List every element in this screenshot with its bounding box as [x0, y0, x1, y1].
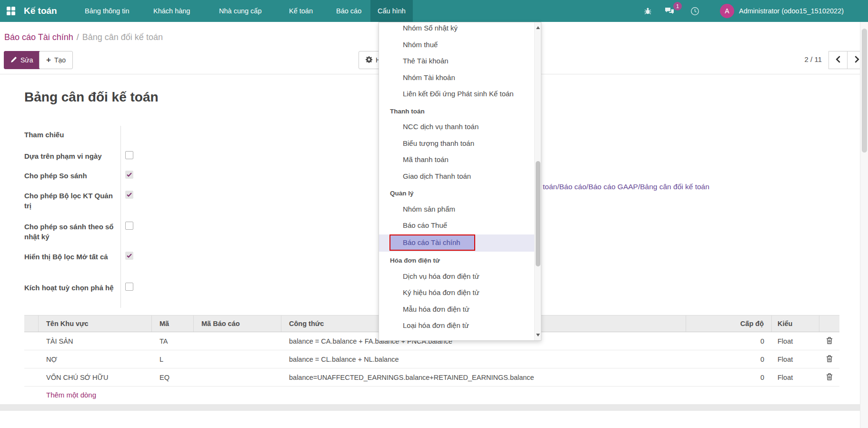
- edit-button-label: Sửa: [20, 56, 33, 64]
- menu-item-journal-groups[interactable]: Nhóm Sổ nhật ký: [379, 22, 535, 37]
- pager-value: 2 / 11: [788, 55, 822, 63]
- nav-item-dashboard[interactable]: Bảng thông tin: [78, 0, 137, 22]
- field-label-unfold-filter: Hiển thị Bộ lọc Mở tất cả: [24, 252, 120, 262]
- menu-item-account-tags[interactable]: Thẻ Tài khoản: [379, 53, 535, 70]
- breadcrumb-current: Bảng cân đối kế toán: [82, 32, 163, 42]
- record-title: Bảng cân đối kế toán: [24, 90, 159, 105]
- financial-reports-highlight-box[interactable]: Báo cáo Tài chính: [389, 234, 475, 251]
- cell-code[interactable]: TA: [152, 337, 194, 345]
- handle-column-header: [24, 316, 39, 332]
- column-header-code[interactable]: Mã: [152, 316, 194, 332]
- pager-previous-button[interactable]: [828, 51, 848, 69]
- page-scrollbar[interactable]: [860, 22, 868, 428]
- cell-name[interactable]: VỐN CHỦ SỞ HỮU: [39, 374, 152, 381]
- message-count-badge: 1: [673, 2, 682, 10]
- table-row[interactable]: NỢ L balance = CL.balance + NL.balance 0…: [24, 350, 839, 368]
- menu-item-account-groups[interactable]: Nhóm Tài khoản: [379, 70, 535, 86]
- menu-item-financial-reports-highlighted[interactable]: Báo cáo Tài chính: [379, 234, 535, 252]
- cell-code[interactable]: L: [152, 356, 194, 363]
- field-label-comparison: Cho phép So sánh: [24, 171, 120, 181]
- pencil-icon: [11, 56, 17, 64]
- menu-item-reconciliation-models[interactable]: Liên kết Đối ứng Phát sinh Kế toán: [379, 86, 535, 102]
- menu-item-payment-icons[interactable]: Biểu tượng thanh toán: [379, 135, 535, 152]
- apps-grid-icon[interactable]: [7, 7, 15, 15]
- configuration-dropdown-menu: Nhóm Sổ nhật ký Nhóm thuế Thẻ Tài khoản …: [379, 22, 541, 341]
- cell-type[interactable]: Float: [772, 356, 819, 363]
- cell-formula[interactable]: balance=UNAFFECTED_EARNINGS.balance+RETA…: [281, 374, 686, 381]
- field-label-analytic-filter: Cho phép Bộ lọc KT Quản trị: [24, 191, 120, 211]
- dropdown-list: Nhóm Sổ nhật ký Nhóm thuế Thẻ Tài khoản …: [379, 22, 535, 334]
- menu-path-link[interactable]: toán/Báo cáo/Báo cáo GAAP/Bảng cân đối k…: [543, 183, 709, 191]
- column-header-level[interactable]: Cấp độ: [686, 316, 772, 332]
- cell-level[interactable]: 0: [686, 337, 772, 345]
- cell-level[interactable]: 0: [686, 356, 772, 363]
- delete-row-button[interactable]: [819, 337, 839, 346]
- menu-item-product-categories[interactable]: Nhóm sản phẩm: [379, 201, 535, 218]
- chevron-left-icon: [836, 56, 841, 65]
- checkbox-unfold-filter[interactable]: [125, 252, 133, 260]
- form-separator: [120, 126, 121, 308]
- menu-item-einvoice-services[interactable]: Dịch vụ hóa đơn điện tử: [379, 268, 535, 285]
- column-header-report-code[interactable]: Mã Báo cáo: [194, 316, 281, 332]
- messages-chat-icon[interactable]: [665, 0, 674, 22]
- delete-row-button[interactable]: [819, 355, 839, 364]
- menu-item-einvoice-symbols[interactable]: Ký hiệu hóa đơn điện tử: [379, 285, 535, 301]
- column-header-type[interactable]: Kiểu: [772, 316, 819, 332]
- cell-name[interactable]: TÀI SẢN: [39, 337, 152, 345]
- create-button[interactable]: + Tạo: [39, 51, 73, 69]
- app-brand[interactable]: Kế toán: [24, 0, 57, 22]
- field-label-hierarchy-option: Kích hoạt tuỳ chọn phả hệ: [24, 283, 120, 293]
- scroll-down-arrow-icon[interactable]: [536, 334, 540, 336]
- page: Kế toán Bảng thông tin Khách hàng Nhà cu…: [0, 0, 868, 428]
- checkbox-date-range[interactable]: [125, 151, 133, 159]
- checkbox-hierarchy-option[interactable]: [125, 283, 133, 291]
- delete-row-button[interactable]: [819, 373, 839, 382]
- nav-item-reporting[interactable]: Báo cáo: [329, 0, 369, 22]
- dropdown-scrollbar-thumb[interactable]: [536, 161, 540, 266]
- cell-formula[interactable]: balance = CL.balance + NL.balance: [281, 356, 686, 363]
- cell-type[interactable]: Float: [772, 374, 819, 381]
- user-menu[interactable]: Administrator (odoo15_15102022): [739, 0, 844, 22]
- nav-item-vendors[interactable]: Nhà cung cấp: [212, 0, 269, 22]
- menu-item-einvoice-templates[interactable]: Mẫu hóa đơn điện tử: [379, 301, 535, 318]
- user-avatar[interactable]: A: [720, 4, 734, 18]
- breadcrumb-separator: /: [73, 32, 82, 42]
- menu-section-payments: Thanh toán: [379, 102, 535, 119]
- activities-clock-icon[interactable]: [690, 0, 699, 22]
- plus-icon: +: [46, 55, 51, 65]
- add-line-row: Thêm một dòng: [24, 387, 839, 404]
- create-button-label: Tạo: [54, 56, 66, 64]
- table-row[interactable]: VỐN CHỦ SỞ HỮU EQ balance=UNAFFECTED_EAR…: [24, 368, 839, 387]
- dropdown-scrollbar[interactable]: [534, 22, 541, 340]
- checkbox-analytic-filter[interactable]: [125, 191, 133, 199]
- menu-item-payment-tokens[interactable]: Mã thanh toán: [379, 152, 535, 168]
- breadcrumb: Báo cáo Tài chính/Bảng cân đối kế toán: [4, 32, 163, 42]
- sheet-bottom-band: [0, 404, 860, 411]
- nav-item-accounting[interactable]: Kế toán: [282, 0, 320, 22]
- checkbox-comparison[interactable]: [125, 171, 133, 179]
- menu-item-tax-groups[interactable]: Nhóm thuế: [379, 37, 535, 53]
- breadcrumb-parent-link[interactable]: Báo cáo Tài chính: [4, 32, 73, 42]
- nav-item-customers[interactable]: Khách hàng: [146, 0, 197, 22]
- menu-item-payment-providers[interactable]: NCC dịch vụ thanh toán: [379, 119, 535, 135]
- debug-bug-icon[interactable]: [644, 0, 652, 22]
- cell-type[interactable]: Float: [772, 337, 819, 345]
- cell-level[interactable]: 0: [686, 374, 772, 381]
- menu-section-e-invoice: Hóa đơn điện tử: [379, 252, 535, 268]
- add-line-link[interactable]: Thêm một dòng: [24, 391, 96, 399]
- checkbox-journal-comparison[interactable]: [125, 222, 133, 230]
- menu-section-management: Quản lý: [379, 184, 535, 201]
- page-scrollbar-thumb[interactable]: [862, 29, 867, 153]
- chevron-right-icon: [854, 56, 859, 65]
- edit-button[interactable]: Sửa: [4, 51, 40, 69]
- field-label-journal-comparison: Cho phép so sánh theo sổ nhật ký: [24, 222, 120, 242]
- menu-item-einvoice-types[interactable]: Loại hóa đơn điện tử: [379, 317, 535, 334]
- column-header-name[interactable]: Tên Khu vực: [39, 316, 152, 332]
- nav-item-configuration[interactable]: Cấu hình: [370, 0, 413, 22]
- scroll-up-arrow-icon[interactable]: [536, 26, 540, 29]
- menu-item-payment-transactions[interactable]: Giao dịch Thanh toán: [379, 168, 535, 185]
- cell-name[interactable]: NỢ: [39, 356, 152, 363]
- menu-item-tax-reports[interactable]: Báo cáo Thuế: [379, 217, 535, 234]
- cell-code[interactable]: EQ: [152, 374, 194, 381]
- top-navbar: Kế toán Bảng thông tin Khách hàng Nhà cu…: [0, 0, 868, 22]
